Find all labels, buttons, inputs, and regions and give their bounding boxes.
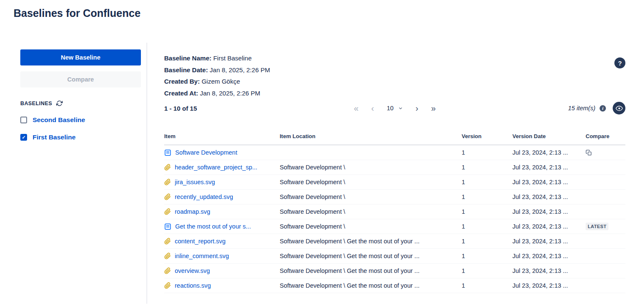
detail-value: First Baseline: [213, 54, 252, 62]
refresh-icon[interactable]: [56, 100, 63, 106]
item-cell: header_software_project_sp...: [164, 164, 280, 171]
baseline-list: Second Baseline First Baseline: [20, 116, 141, 141]
compare-cell: LATEST: [586, 223, 625, 230]
compare-button[interactable]: Compare: [20, 71, 141, 87]
detail-label: Created By:: [164, 78, 200, 85]
detail-label: Baseline Name:: [164, 54, 212, 62]
item-link[interactable]: jira_issues.svg: [175, 179, 215, 185]
page-icon: [164, 149, 171, 156]
baseline-details: Baseline Name: First Baseline Baseline D…: [164, 52, 270, 99]
first-page-icon[interactable]: «: [354, 104, 358, 112]
item-link[interactable]: roadmap.svg: [175, 208, 210, 215]
attachment-icon: [164, 267, 171, 274]
item-location: Software Development \: [280, 179, 462, 185]
prev-page-icon[interactable]: ‹: [371, 104, 374, 112]
item-cell: reactions.svg: [164, 282, 280, 289]
visibility-toggle-button[interactable]: [613, 102, 625, 114]
detail-value: Gizem Gökçe: [201, 78, 240, 85]
item-cell: jira_issues.svg: [164, 179, 280, 185]
pagination-controls: « ‹ 10 › »: [354, 104, 436, 112]
detail-value: Jan 8, 2025, 2:26 PM: [200, 90, 260, 97]
item-link[interactable]: inline_comment.svg: [175, 253, 229, 259]
baseline-checkbox[interactable]: [20, 117, 27, 123]
item-version: 1: [462, 253, 512, 259]
details-row: Baseline Name: First Baseline Baseline D…: [164, 52, 625, 99]
column-header-item: Item: [164, 133, 280, 139]
item-link[interactable]: Software Development: [175, 149, 237, 156]
pagination-range: 1 - 10 of 15: [164, 105, 197, 112]
item-version-date: Jul 23, 2024, 2:13 ...: [512, 253, 586, 259]
item-cell: roadmap.svg: [164, 208, 280, 215]
content: New Baseline Compare BASELINES Second Ba…: [0, 43, 644, 304]
item-cell: inline_comment.svg: [164, 253, 280, 259]
page-size-value: 10: [387, 105, 394, 112]
item-link[interactable]: recently_updated.svg: [175, 193, 233, 200]
help-icon[interactable]: ?: [614, 57, 625, 68]
page-title: Baselines for Confluence: [0, 0, 644, 19]
column-header-item-location: Item Location: [280, 133, 462, 139]
main-panel: Baseline Name: First Baseline Baseline D…: [147, 43, 644, 304]
item-location: Software Development \ Get the most out …: [280, 238, 462, 245]
item-location: Software Development \: [280, 193, 462, 200]
page: Baselines for Confluence New Baseline Co…: [0, 0, 644, 304]
detail-line: Created At: Jan 8, 2025, 2:26 PM: [164, 87, 270, 99]
item-version: 1: [462, 149, 512, 156]
item-version-date: Jul 23, 2024, 2:13 ...: [512, 179, 586, 185]
baseline-item-label[interactable]: First Baseline: [33, 133, 76, 141]
table-row: content_report.svg Software Development …: [164, 234, 625, 249]
item-link[interactable]: header_software_project_sp...: [175, 164, 257, 171]
item-version-date: Jul 23, 2024, 2:13 ...: [512, 282, 586, 289]
item-link[interactable]: Get the most out of your s...: [175, 223, 251, 230]
item-cell: Software Development: [164, 149, 280, 156]
new-baseline-button[interactable]: New Baseline: [20, 49, 141, 65]
item-link[interactable]: reactions.svg: [175, 282, 211, 289]
table-row: overview.svg Software Development \ Get …: [164, 264, 625, 278]
baseline-item[interactable]: First Baseline: [20, 133, 141, 141]
item-link[interactable]: content_report.svg: [175, 238, 226, 245]
item-version-date: Jul 23, 2024, 2:13 ...: [512, 238, 586, 245]
item-link[interactable]: overview.svg: [175, 267, 210, 274]
baseline-item-label[interactable]: Second Baseline: [33, 116, 85, 124]
chevron-down-icon: [398, 106, 403, 111]
table-row: header_software_project_sp... Software D…: [164, 160, 625, 175]
baseline-item[interactable]: Second Baseline: [20, 116, 141, 124]
last-page-icon[interactable]: »: [431, 104, 436, 112]
items-table: Item Item Location Version Version Date …: [164, 128, 625, 293]
item-cell: recently_updated.svg: [164, 193, 280, 200]
baseline-checkbox[interactable]: [20, 134, 27, 141]
detail-line: Created By: Gizem Gökçe: [164, 76, 270, 87]
attachment-icon: [164, 282, 171, 289]
item-location: Software Development \ Get the most out …: [280, 253, 462, 259]
item-location: Software Development \ Get the most out …: [280, 282, 462, 289]
item-cell: overview.svg: [164, 267, 280, 274]
column-header-version-date: Version Date: [512, 133, 586, 139]
table-row: jira_issues.svg Software Development \ 1…: [164, 175, 625, 190]
item-version: 1: [462, 223, 512, 230]
copy-icon[interactable]: [586, 150, 592, 156]
item-location: Software Development \: [280, 223, 462, 230]
item-version: 1: [462, 164, 512, 171]
attachment-icon: [164, 179, 171, 185]
page-size-select[interactable]: 10: [387, 105, 403, 112]
attachment-icon: [164, 193, 171, 200]
column-header-compare: Compare: [586, 133, 625, 139]
table-row: Get the most out of your s... Software D…: [164, 219, 625, 234]
table-row: recently_updated.svg Software Developmen…: [164, 190, 625, 204]
info-icon[interactable]: i: [600, 105, 606, 112]
detail-label: Baseline Date:: [164, 66, 208, 74]
column-header-version: Version: [462, 133, 512, 139]
item-location: Software Development \: [280, 208, 462, 215]
item-version: 1: [462, 282, 512, 289]
item-version: 1: [462, 238, 512, 245]
sidebar: New Baseline Compare BASELINES Second Ba…: [0, 43, 147, 304]
page-icon: [164, 223, 171, 230]
item-location: Software Development \: [280, 164, 462, 171]
item-cell: content_report.svg: [164, 238, 280, 245]
item-version: 1: [462, 193, 512, 200]
table-row: roadmap.svg Software Development \ 1 Jul…: [164, 204, 625, 219]
item-version-date: Jul 23, 2024, 2:13 ...: [512, 267, 586, 274]
attachment-icon: [164, 208, 171, 215]
next-page-icon[interactable]: ›: [416, 104, 418, 112]
item-version-date: Jul 23, 2024, 2:13 ...: [512, 208, 586, 215]
detail-value: Jan 8, 2025, 2:26 PM: [210, 66, 270, 74]
